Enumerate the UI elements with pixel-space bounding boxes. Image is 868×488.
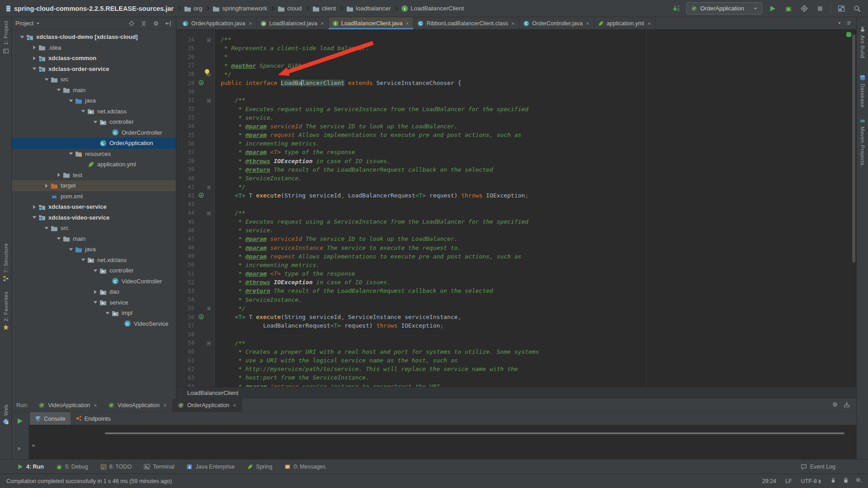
- editor-tab[interactable]: application.yml: [594, 17, 656, 29]
- lock-button[interactable]: [830, 477, 836, 485]
- tree-item[interactable]: controller: [12, 117, 176, 127]
- line-ending[interactable]: LF: [785, 478, 792, 484]
- chevron-down-icon[interactable]: [42, 225, 51, 231]
- close-icon[interactable]: [585, 21, 590, 26]
- chevron-down-icon[interactable]: [42, 76, 51, 83]
- play-button[interactable]: [767, 3, 778, 14]
- debug-button[interactable]: [783, 3, 794, 14]
- fold-end-icon[interactable]: [206, 185, 212, 190]
- close-icon[interactable]: [405, 21, 410, 26]
- tree-item[interactable]: CVideoController: [12, 276, 176, 287]
- menu-button[interactable]: [846, 19, 852, 28]
- breadcrumb-item[interactable]: spring-cloud-commons-2.2.5.RELEASE-sourc…: [5, 5, 174, 12]
- stripe-button-maven-projects[interactable]: mMaven Projects: [857, 117, 868, 165]
- tree-item[interactable]: impl: [12, 308, 176, 319]
- collapse-all-button[interactable]: [140, 19, 148, 28]
- tree-item[interactable]: xdclass-common: [12, 53, 176, 64]
- fold-start-icon[interactable]: [206, 98, 212, 103]
- chevron-down-icon[interactable]: [55, 87, 63, 93]
- locate-button[interactable]: [127, 19, 136, 28]
- tree-item[interactable]: service: [12, 297, 176, 308]
- console-hscrollbar[interactable]: [105, 432, 844, 434]
- implemented-icon[interactable]: [198, 314, 204, 320]
- editor-tab[interactable]: COrderApplication.java: [179, 17, 257, 29]
- chevron-right-icon[interactable]: [91, 289, 99, 295]
- chevron-down-icon[interactable]: [79, 257, 87, 263]
- tree-item[interactable]: xdclass-cloud-demo [xdclass-cloud]: [12, 32, 176, 42]
- chevron-down-icon[interactable]: [30, 66, 38, 72]
- editor-tab[interactable]: CRibbonLoadBalancerClient.class: [414, 17, 519, 29]
- stripe-button-ant-build[interactable]: Ant Build: [857, 26, 868, 58]
- tree-item[interactable]: dao: [12, 286, 176, 297]
- encoding[interactable]: UTF-8: [801, 478, 821, 484]
- toolwindow-button--todo[interactable]: 6: TODO: [100, 464, 132, 470]
- chevron-down-icon[interactable]: [55, 235, 63, 242]
- close-icon[interactable]: [163, 403, 167, 408]
- close-icon[interactable]: [647, 21, 651, 26]
- console-log[interactable]: » 2020-09-06 11:20:54.456 INFO 26146 ---…: [29, 425, 856, 459]
- run-tab[interactable]: VideoApplication: [103, 399, 173, 412]
- update-button[interactable]: 011001: [670, 3, 681, 14]
- stripe-button--structure[interactable]: 7: Structure: [0, 243, 12, 282]
- chevron-down-icon[interactable]: [18, 34, 26, 40]
- chevron-right-icon[interactable]: [30, 204, 38, 210]
- breadcrumb-item[interactable]: springframework: [212, 5, 267, 12]
- run-config-select[interactable]: OrderApplication: [686, 2, 762, 14]
- tree-item[interactable]: main: [12, 234, 176, 244]
- layout-button[interactable]: [836, 3, 847, 14]
- expand-chevron-icon[interactable]: »: [17, 445, 21, 452]
- hide-button[interactable]: [164, 19, 172, 28]
- tree-item[interactable]: xdclass-order-service: [12, 64, 176, 75]
- chevron-right-icon[interactable]: [30, 55, 38, 61]
- inspection-status-icon[interactable]: [846, 32, 851, 37]
- editor-tab[interactable]: ILoadBalancerClient.java: [329, 17, 414, 29]
- tree-item[interactable]: java: [12, 244, 176, 255]
- close-icon[interactable]: [232, 403, 237, 408]
- gear-button[interactable]: [152, 19, 160, 28]
- tree-item[interactable]: COrderController: [12, 127, 176, 138]
- rerun-icon[interactable]: [16, 418, 24, 425]
- breadcrumb-item[interactable]: client: [312, 5, 336, 12]
- implemented-icon[interactable]: [198, 80, 204, 86]
- tree-item[interactable]: application.yml: [12, 159, 176, 170]
- tree-item[interactable]: resources: [12, 149, 176, 160]
- inspector-button[interactable]: [843, 477, 849, 485]
- chevron-down-icon[interactable]: [91, 299, 99, 305]
- gear-button[interactable]: [832, 401, 838, 409]
- stripe-button--project[interactable]: 1: Project: [0, 21, 12, 54]
- run-tab[interactable]: OrderApplication: [173, 399, 242, 412]
- tree-item[interactable]: test: [12, 170, 176, 181]
- editor-tab[interactable]: @LoadBalanced.java: [257, 17, 329, 29]
- toolwindow-button--messages[interactable]: 0: Messages: [284, 464, 326, 470]
- coverage-button[interactable]: [799, 3, 810, 14]
- fold-start-icon[interactable]: [206, 341, 212, 346]
- tree-item[interactable]: main: [12, 85, 176, 96]
- fold-start-icon[interactable]: [206, 211, 212, 216]
- stripe-button--favorites[interactable]: 2: Favorites: [0, 291, 12, 330]
- stripe-button-web[interactable]: Web: [0, 404, 12, 425]
- tree-item[interactable]: .idea: [12, 42, 176, 53]
- chevron-right-icon[interactable]: [55, 172, 63, 178]
- chevron-down-icon[interactable]: [104, 310, 112, 316]
- editor-tab[interactable]: COrderController.java: [519, 17, 594, 29]
- fold-chevron-icon[interactable]: »: [32, 441, 35, 450]
- tree-item[interactable]: xdclass-video-service: [12, 212, 176, 223]
- close-icon[interactable]: [248, 21, 253, 26]
- caret-position[interactable]: 29:24: [762, 478, 776, 484]
- tree-item[interactable]: net.xdclass: [12, 106, 176, 117]
- view-tab-console[interactable]: Console: [30, 412, 71, 425]
- close-icon[interactable]: [320, 21, 325, 26]
- chevron-down-icon[interactable]: [79, 108, 87, 114]
- editor-breadcrumb[interactable]: LoadBalancerClient: [176, 387, 856, 399]
- chevron-down-icon[interactable]: [67, 98, 75, 104]
- breadcrumb-item[interactable]: loadbalancer: [346, 5, 391, 12]
- editor-scrollbar[interactable]: [852, 34, 855, 263]
- breadcrumb-item[interactable]: org: [184, 5, 203, 12]
- chevron-down-icon[interactable]: [91, 267, 99, 274]
- tree-item[interactable]: net.xdclass: [12, 255, 176, 266]
- stop-button[interactable]: [815, 3, 826, 14]
- stripe-button-database[interactable]: Database: [857, 75, 868, 108]
- event-log-button[interactable]: Event Log: [801, 464, 868, 470]
- close-icon[interactable]: [93, 403, 98, 408]
- toolwindow-button--debug[interactable]: 5: Debug: [56, 464, 88, 470]
